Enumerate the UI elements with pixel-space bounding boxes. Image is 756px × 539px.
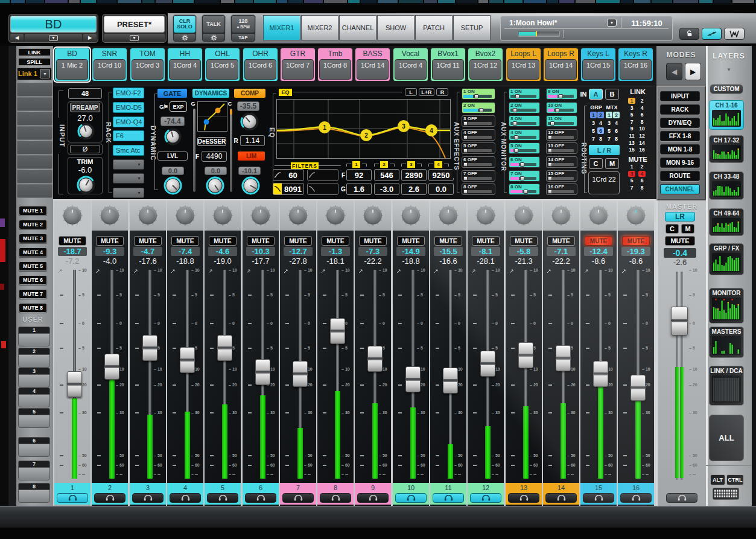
svg-text:1: 1 xyxy=(323,124,326,131)
svg-text:2: 2 xyxy=(364,132,368,139)
svg-text:4: 4 xyxy=(430,127,433,134)
svg-text:3: 3 xyxy=(402,123,405,130)
